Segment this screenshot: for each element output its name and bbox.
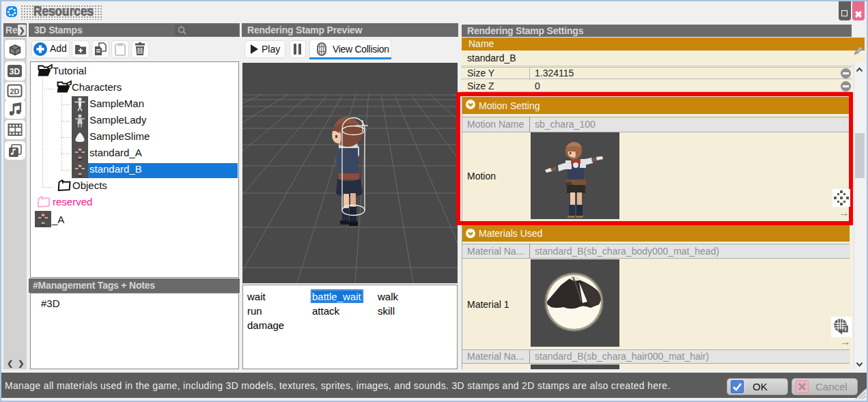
svg-text:3D: 3D	[10, 67, 20, 76]
svg-text:2D: 2D	[10, 87, 19, 96]
